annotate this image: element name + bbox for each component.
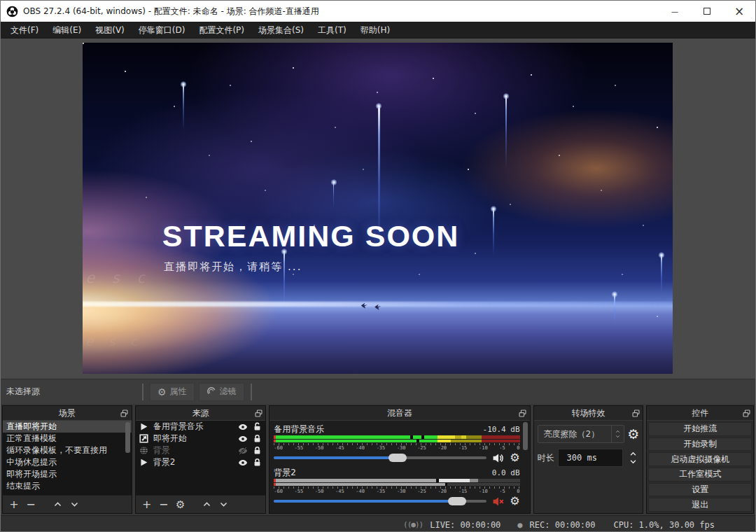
settings-button[interactable]: 设置 [648,483,752,497]
combo-spinner[interactable] [611,426,624,442]
add-source-button[interactable]: + [140,498,154,512]
eye-icon[interactable] [238,458,248,468]
scene-item[interactable]: 直播即将开始 [3,421,132,433]
scrollbar[interactable] [125,422,130,453]
popout-icon[interactable] [739,409,753,418]
lock-icon[interactable] [253,446,262,455]
exit-button[interactable]: 退出 [648,498,752,512]
lock-icon[interactable] [253,434,262,443]
window-title: OBS 27.2.4 (64-bit, windows) - 配置文件: 未命名… [23,6,319,18]
source-item[interactable]: 背景2 [136,456,266,468]
mixer-title: 混音器 [284,407,515,419]
volume-slider[interactable] [274,453,486,463]
streaming-subtitle-text: 直播即将开始，请稍等 ... [164,260,302,274]
scene-item[interactable]: 中场休息提示 [3,456,132,468]
sources-toolbar: + − ⚙ [136,495,266,513]
transition-select[interactable]: 亮度擦除（2） [538,425,625,443]
sources-header: 来源 [136,406,266,421]
properties-button[interactable]: ⚙ 属性 [150,383,195,401]
transitions-title: 转场特效 [548,407,629,419]
unlock-icon[interactable] [253,422,262,431]
duration-input[interactable]: 300 ms [558,449,624,467]
maximize-button[interactable] [691,1,723,22]
volume-meter [274,435,519,439]
popout-icon[interactable] [118,409,132,418]
broadcast-icon: ((●)) [403,520,423,529]
menu-docks[interactable]: 停靠窗口(D) [132,22,192,38]
move-source-down-button[interactable] [217,498,231,512]
filters-button[interactable]: 滤镜 [199,383,244,401]
controls-body: 开始推流 开始录制 启动虚拟摄像机 工作室模式 设置 退出 [647,421,753,513]
source-properties-gear-icon[interactable]: ⚙ [174,498,188,512]
start-recording-button[interactable]: 开始录制 [648,438,752,451]
menu-edit[interactable]: 编辑(E) [46,22,88,38]
transition-gear-icon[interactable]: ⚙ [627,428,639,441]
filter-icon [206,387,216,397]
controls-header: 控件 [647,406,753,421]
remove-source-button[interactable]: − [157,498,171,512]
volume-meter [274,440,519,442]
light-beam [661,255,662,295]
start-streaming-button[interactable]: 开始推流 [648,422,752,436]
image-source-icon [139,434,148,443]
volume-slider-handle[interactable] [388,454,407,462]
move-source-up-button[interactable] [200,498,214,512]
minimize-icon: — [671,8,678,15]
source-item[interactable]: 即将开始 [136,433,266,444]
volume-meter [274,483,519,486]
source-item[interactable]: 备用背景音乐 [136,421,266,433]
controls-panel: 控件 开始推流 开始录制 启动虚拟摄像机 工作室模式 设置 退出 [646,405,754,514]
move-scene-down-button[interactable] [67,498,81,512]
lock-icon[interactable] [253,458,262,467]
move-scene-up-button[interactable] [50,498,64,512]
channel-gear-icon[interactable]: ⚙ [510,452,519,463]
maximize-icon [704,8,710,15]
scrollbar[interactable] [523,422,528,450]
speaker-muted-icon[interactable] [492,496,504,507]
volume-slider-handle[interactable] [448,497,466,505]
speaker-icon[interactable] [492,452,504,464]
menu-profile[interactable]: 配置文件(P) [192,22,251,38]
studio-mode-button[interactable]: 工作室模式 [648,468,752,482]
scene-item[interactable]: 结束提示 [3,480,132,492]
eye-icon[interactable] [238,434,248,444]
menu-view[interactable]: 视图(V) [88,22,132,38]
add-scene-button[interactable]: + [7,498,21,512]
cpu-fps-stats: CPU: 1.0%, 30.00 fps [614,520,715,530]
scene-item[interactable]: 正常直播模板 [3,433,132,444]
duration-label: 时长 [538,452,554,464]
popout-icon[interactable] [516,409,530,418]
mixer-header: 混音器 [270,406,529,421]
mixer-channel: 背景2 0.0 dB -60-55-50-45-40-35-30-25-20-1… [274,467,519,507]
source-item[interactable]: 背景 [136,444,266,456]
remove-scene-button[interactable]: − [24,498,38,512]
channel-gear-icon[interactable]: ⚙ [510,496,519,507]
scene-item[interactable]: 循环录像模板，不要直接用 [3,444,132,456]
duration-spinner[interactable] [626,448,639,468]
transitions-body: 亮度擦除（2） ⚙ 时长 300 ms [534,421,643,513]
preview-canvas[interactable]: STREAMING SOON 直播即将开始，请稍等 ... e s c e s … [83,43,673,374]
popout-icon[interactable] [251,409,265,418]
preview-area: STREAMING SOON 直播即将开始，请稍等 ... e s c e s … [1,38,755,379]
menu-file[interactable]: 文件(F) [4,22,46,38]
transitions-header: 转场特效 [534,406,643,421]
stars-decoration [83,43,84,44]
properties-label: 属性 [170,386,187,398]
minimize-button[interactable]: — [659,1,691,22]
volume-meter [274,479,519,482]
db-scale: -60-55-50-45-40-35-30-25-20-15-10-50 [274,445,519,451]
menu-tools[interactable]: 工具(T) [311,22,354,38]
live-timer: LIVE: 00:00:00 [430,520,500,530]
start-virtual-camera-button[interactable]: 启动虚拟摄像机 [648,452,752,466]
volume-slider[interactable] [274,496,486,506]
eye-slash-icon[interactable] [238,446,248,456]
menu-scene-collection[interactable]: 场景集合(S) [251,22,311,38]
menu-help[interactable]: 帮助(H) [354,22,397,38]
sources-title: 来源 [150,407,252,419]
eye-icon[interactable] [238,422,248,432]
scene-item[interactable]: 即将开场提示 [3,468,132,480]
close-button[interactable]: × [723,1,755,22]
record-dot-icon: ● [517,520,522,530]
transitions-panel: 转场特效 亮度擦除（2） ⚙ 时长 300 ms [533,405,644,514]
popout-icon[interactable] [629,409,643,418]
